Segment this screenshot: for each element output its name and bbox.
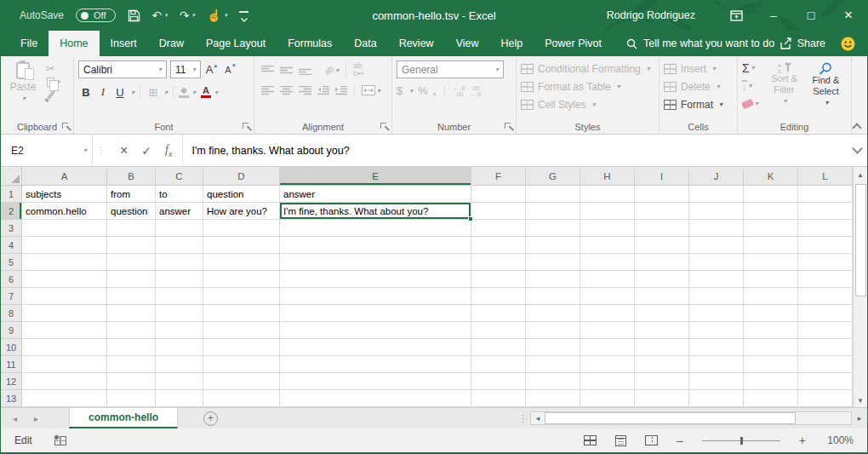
cell-b11[interactable] <box>107 356 156 373</box>
cell-i13[interactable] <box>635 390 689 407</box>
align-bottom-button[interactable] <box>296 64 314 77</box>
next-sheet-button[interactable]: ▸ <box>34 414 38 423</box>
cell-b10[interactable] <box>107 339 156 356</box>
cell-c13[interactable] <box>156 390 203 407</box>
cell-d8[interactable] <box>203 305 280 322</box>
cell-g1[interactable] <box>526 186 580 203</box>
column-header-b[interactable]: B <box>107 167 156 186</box>
borders-button[interactable]: ⊞ <box>146 83 161 101</box>
cell-h13[interactable] <box>580 390 635 407</box>
zoom-slider[interactable] <box>702 440 780 441</box>
formula-input[interactable]: I'm fine, thanks. What about you? <box>183 135 847 166</box>
shrink-font-button[interactable]: A▼ <box>223 61 238 78</box>
row-header-13[interactable]: 13 <box>1 390 22 407</box>
cell-h9[interactable] <box>580 322 635 339</box>
cancel-button[interactable]: × <box>120 143 128 158</box>
row-header-2[interactable]: 2 <box>1 203 22 220</box>
cell-f5[interactable] <box>471 254 526 271</box>
cell-j2[interactable] <box>689 203 744 220</box>
font-size-dropdown[interactable]: 11▾ <box>170 60 201 78</box>
find-select-button[interactable]: Find & Select▾ <box>805 60 847 119</box>
clipboard-dialog-launcher[interactable] <box>62 123 71 131</box>
column-header-k[interactable]: K <box>744 167 798 186</box>
new-sheet-button[interactable]: + <box>203 411 218 426</box>
cell-a13[interactable] <box>22 390 107 407</box>
cell-i10[interactable] <box>635 339 689 356</box>
cut-icon[interactable]: ✂ <box>46 64 60 73</box>
cell-h8[interactable] <box>580 305 635 322</box>
cell-c4[interactable] <box>156 237 203 254</box>
cell-k13[interactable] <box>744 390 798 407</box>
tab-file[interactable]: File <box>9 31 49 56</box>
cell-l2[interactable] <box>798 203 853 220</box>
tab-data[interactable]: Data <box>343 31 387 56</box>
number-dialog-launcher[interactable] <box>505 123 513 131</box>
cell-k2[interactable] <box>744 203 798 220</box>
cell-f1[interactable] <box>471 186 526 203</box>
cell-d5[interactable] <box>203 254 280 271</box>
align-middle-button[interactable] <box>277 64 295 77</box>
zoom-out-button[interactable]: – <box>677 434 683 447</box>
cell-b1[interactable]: from <box>107 186 156 203</box>
format-as-table-button[interactable]: Format as Table▾ <box>521 78 654 95</box>
copy-icon[interactable] <box>47 78 54 87</box>
cell-c9[interactable] <box>156 322 203 339</box>
tab-power-pivot[interactable]: Power Pivot <box>534 31 613 56</box>
sheet-tab-common-hello[interactable]: common-hello <box>69 408 178 428</box>
minimize-button[interactable]: – <box>755 0 792 31</box>
percent-style-button[interactable]: % <box>418 84 428 97</box>
column-header-c[interactable]: C <box>156 167 203 186</box>
zoom-in-button[interactable]: + <box>799 434 806 447</box>
font-name-dropdown[interactable]: Calibri▾ <box>78 60 167 78</box>
cell-e7[interactable] <box>280 288 471 305</box>
cell-f11[interactable] <box>471 356 526 373</box>
cell-e8[interactable] <box>280 305 471 322</box>
borders-dropdown-icon[interactable]: ▾ <box>164 89 168 96</box>
column-header-h[interactable]: H <box>580 167 635 186</box>
cell-f13[interactable] <box>471 390 526 407</box>
cell-e4[interactable] <box>280 237 471 254</box>
font-dialog-launcher[interactable] <box>243 123 251 131</box>
cell-f3[interactable] <box>471 220 526 237</box>
cell-j11[interactable] <box>689 356 744 373</box>
cell-i5[interactable] <box>635 254 689 271</box>
save-button[interactable] <box>128 9 140 22</box>
tab-home[interactable]: Home <box>49 31 99 56</box>
cell-i11[interactable] <box>635 356 689 373</box>
scroll-right-arrow[interactable]: ▸ <box>853 411 866 425</box>
cell-e1[interactable]: answer <box>280 186 471 203</box>
cell-b2[interactable]: question <box>107 203 156 220</box>
cell-d7[interactable] <box>203 288 280 305</box>
cell-l12[interactable] <box>798 373 853 390</box>
cell-j13[interactable] <box>689 390 744 407</box>
cell-h12[interactable] <box>580 373 635 390</box>
cell-g8[interactable] <box>526 305 580 322</box>
cell-a11[interactable] <box>22 356 107 373</box>
cell-j10[interactable] <box>689 339 744 356</box>
cell-a8[interactable] <box>22 305 107 322</box>
cell-a2[interactable]: common.hello <box>22 203 107 220</box>
cell-a7[interactable] <box>22 288 107 305</box>
cell-g2[interactable] <box>526 203 580 220</box>
insert-function-button[interactable]: fx <box>165 143 172 158</box>
column-header-a[interactable]: A <box>22 167 107 186</box>
orientation-dropdown-icon[interactable]: ▾ <box>335 66 339 74</box>
autosum-button[interactable]: Σ▾ <box>742 60 758 76</box>
tab-draw[interactable]: Draw <box>148 31 195 56</box>
cell-b7[interactable] <box>107 288 156 305</box>
cell-e9[interactable] <box>280 322 471 339</box>
cell-e11[interactable] <box>280 356 471 373</box>
underline-dropdown-icon[interactable]: ▾ <box>131 89 134 96</box>
font-color-button[interactable]: A <box>201 86 211 98</box>
align-left-button[interactable] <box>259 84 277 97</box>
cell-f8[interactable] <box>471 305 526 322</box>
cell-h11[interactable] <box>580 356 635 373</box>
scroll-up-arrow[interactable]: ▴ <box>854 167 867 181</box>
tab-formulas[interactable]: Formulas <box>277 31 343 56</box>
column-header-g[interactable]: G <box>526 167 580 186</box>
cell-b12[interactable] <box>107 373 156 390</box>
cell-l6[interactable] <box>798 271 853 288</box>
cell-e2[interactable]: I'm fine, thanks. What about you? <box>280 203 471 220</box>
cell-f12[interactable] <box>471 373 526 390</box>
row-header-8[interactable]: 8 <box>1 305 22 322</box>
